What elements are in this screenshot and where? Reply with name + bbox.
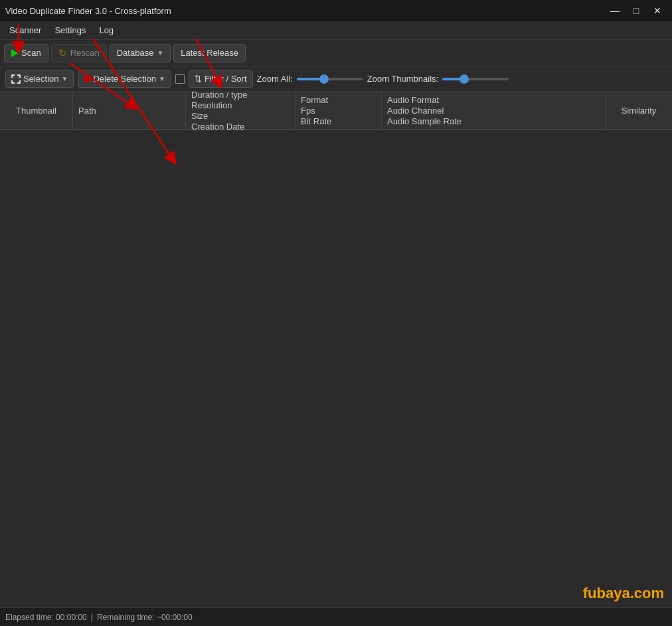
watermark: fubaya.com — [583, 585, 664, 602]
maximize-button[interactable]: □ — [627, 3, 645, 18]
menu-scanner[interactable]: Scanner — [3, 23, 48, 38]
rescan-icon: ↻ — [58, 47, 67, 59]
selection-label: Selection — [23, 74, 58, 84]
toolbar: Scan ↻ Rescan Database ▼ Latest Release — [0, 40, 672, 66]
menu-log[interactable]: Log — [92, 23, 120, 38]
col-audio-format-label: Audio Format — [387, 95, 600, 105]
col-format-label: Format — [301, 95, 376, 105]
col-duration-type-label: Duration / type — [191, 90, 290, 100]
col-fps-label: Fps — [301, 106, 376, 116]
minimize-button[interactable]: — — [606, 3, 624, 18]
scan-label: Scan — [21, 48, 41, 58]
close-button[interactable]: ✕ — [648, 3, 667, 18]
checkbox-icon[interactable] — [175, 74, 185, 84]
zoom-all-slider-container — [297, 78, 363, 80]
filter-icon: ⇅ — [195, 74, 202, 84]
elapsed-time: Elapsed time: 00:00:00 — [5, 613, 87, 622]
zoom-thumbnails-slider[interactable] — [442, 78, 509, 80]
table-header: Thumbnail Path Duration / type Resolutio… — [0, 92, 672, 130]
rescan-button[interactable]: ↻ Rescan — [51, 44, 107, 62]
delete-dropdown-icon: ▼ — [159, 75, 165, 82]
database-button[interactable]: Database ▼ — [110, 44, 171, 62]
col-thumbnail: Thumbnail — [0, 92, 73, 129]
database-dropdown-icon: ▼ — [157, 49, 163, 56]
filter-sort-button[interactable]: ⇅ Filter / Sort — [189, 70, 253, 88]
title-bar: Video Duplicate Finder 3.0 - Cross-platf… — [0, 0, 672, 21]
delete-selection-label: Delete Selection — [93, 74, 156, 84]
table-body — [0, 130, 672, 626]
remaining-time: Remaining time: ~00:00:00 — [97, 613, 193, 622]
col-audio-sample-rate-label: Audio Sample Rate — [387, 116, 600, 126]
zoom-thumbnails-label: Zoom Thumbnails: — [367, 74, 438, 84]
selection-button[interactable]: Selection ▼ — [5, 70, 74, 88]
col-format: Format Fps Bit Rate — [295, 92, 382, 129]
status-separator: | — [91, 613, 93, 622]
latest-release-label: Latest Release — [181, 48, 238, 58]
col-resolution-label: Resolution — [191, 100, 290, 110]
selection-icon — [11, 74, 21, 84]
rescan-label: Rescan — [70, 48, 100, 58]
database-label: Database — [117, 48, 154, 58]
col-thumbnail-label: Thumbnail — [16, 106, 56, 116]
col-audio-channel-label: Audio Channel — [387, 106, 600, 116]
col-audio: Audio Format Audio Channel Audio Sample … — [382, 92, 606, 129]
latest-release-button[interactable]: Latest Release — [173, 44, 246, 62]
selection-dropdown-icon: ▼ — [61, 75, 68, 82]
delete-dot-icon — [84, 76, 90, 82]
col-duration: Duration / type Resolution Size Creation… — [186, 92, 295, 129]
action-bar: Selection ▼ Delete Selection ▼ ⇅ Filter … — [0, 66, 672, 92]
zoom-all-slider[interactable] — [297, 78, 363, 80]
col-bit-rate-label: Bit Rate — [301, 116, 376, 126]
col-size-label: Size — [191, 111, 290, 121]
app-title: Video Duplicate Finder 3.0 - Cross-platf… — [5, 6, 171, 16]
zoom-all-label: Zoom All: — [257, 74, 293, 84]
delete-selection-button[interactable]: Delete Selection ▼ — [78, 70, 171, 88]
window-controls: — □ ✕ — [606, 3, 667, 18]
status-bar: Elapsed time: 00:00:00 | Remaining time:… — [0, 607, 672, 626]
zoom-thumbnails-slider-container — [442, 78, 509, 80]
col-similarity: Similarity — [606, 92, 672, 129]
scan-play-icon — [11, 49, 18, 57]
scan-button[interactable]: Scan — [4, 44, 48, 62]
col-path-label: Path — [78, 106, 96, 116]
col-similarity-label: Similarity — [622, 106, 657, 116]
col-path: Path — [73, 92, 186, 129]
filter-sort-label: Filter / Sort — [205, 74, 247, 84]
main-content: Thumbnail Path Duration / type Resolutio… — [0, 92, 672, 626]
menu-bar: Scanner Settings Log — [0, 21, 672, 40]
menu-settings[interactable]: Settings — [48, 23, 92, 38]
